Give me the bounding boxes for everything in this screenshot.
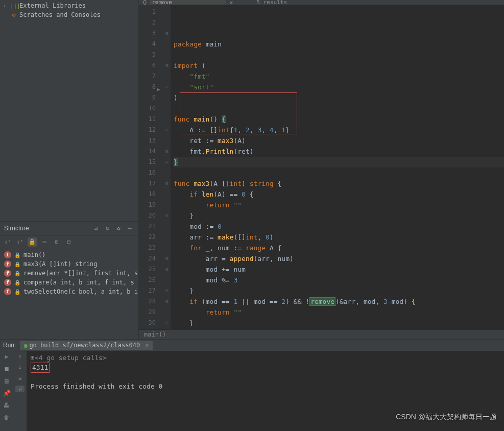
run-icon[interactable]: ▶ [2, 353, 11, 360]
function-badge-icon: f [4, 251, 11, 258]
function-badge-icon: f [4, 279, 11, 286]
layout-icon[interactable]: ▤ [2, 377, 11, 385]
structure-item-name: compare(a int, b int, f int, s int) int [23, 279, 138, 286]
sort-z-icon[interactable]: ↓ᶻ [15, 237, 25, 247]
tree-row-external-libraries[interactable]: › ||| External Libraries [0, 1, 138, 10]
code-line[interactable]: return "" [174, 200, 504, 210]
code-line[interactable]: for _, num := range A { [174, 243, 504, 253]
library-icon: ||| [10, 3, 17, 9]
tree-label: External Libraries [19, 2, 86, 9]
fold-gutter[interactable]: ⊟⊟⊟⊟⊟⊟⊟⊟⊟⊟⊟⊟⊟ [163, 5, 171, 329]
trash-icon[interactable]: 🗑 [2, 414, 11, 421]
code-line[interactable]: fmt.Println(ret) [174, 146, 504, 157]
code-line[interactable]: func max3(A []int) string { [174, 178, 504, 189]
run-toolbar-left: ▶ ■ ▤ 📌 🖶 🗑 [0, 351, 13, 431]
code-line[interactable]: mod %= 3 [174, 275, 504, 285]
find-results: 5 results [256, 0, 287, 5]
chevron-right-icon: › [3, 3, 8, 8]
watermark: CSDN @福大大架构师每日一题 [396, 413, 497, 422]
code-line[interactable] [174, 167, 504, 178]
structure-item[interactable]: f🔒remove(arr *[]int, first int, second i… [0, 269, 138, 278]
code-line[interactable]: ret := max3(A) [174, 135, 504, 146]
lock-icon: 🔒 [14, 252, 20, 258]
code-line[interactable]: if (mod == 1 || mod == 2) && !remove(&ar… [174, 296, 504, 307]
find-input[interactable] [150, 0, 226, 5]
code-editor[interactable]: 1234567▶89101112131415161718192021222324… [139, 5, 504, 329]
breadcrumb[interactable]: main() [139, 329, 504, 339]
structure-item-name: max3(A []int) string [23, 260, 98, 268]
editor-area: Q × 5 results 1234567▶891011121314151617… [139, 0, 504, 339]
sort-icon[interactable]: ⇅ [103, 225, 112, 232]
code-line[interactable]: import ( [174, 60, 504, 71]
wrap-icon[interactable]: ↲ [15, 386, 25, 392]
structure-item[interactable]: f🔒compare(a int, b int, f int, s int) in… [0, 278, 138, 287]
expand-icon[interactable]: ⊞ [52, 237, 61, 247]
code-line[interactable]: if len(A) == 0 { [174, 189, 504, 200]
filter-icon[interactable]: ⇄ [91, 225, 101, 232]
code-line[interactable]: } [174, 157, 504, 167]
function-badge-icon: f [4, 288, 11, 295]
code-line[interactable]: } [174, 285, 504, 296]
code-line[interactable]: mod += num [174, 264, 504, 275]
structure-item[interactable]: f🔒twoSelectOne(c bool, a int, b int) int [0, 287, 138, 296]
code-line[interactable]: } [174, 318, 504, 328]
structure-list: f🔒main()f🔒max3(A []int) stringf🔒remove(a… [0, 249, 138, 297]
structure-title: Structure [4, 225, 29, 232]
console-setup-line: ⊞<4 go setup calls> [31, 353, 500, 363]
go-icon: ▣ [24, 343, 27, 348]
stop-icon[interactable]: ■ [2, 365, 11, 372]
minimize-icon[interactable]: — [125, 225, 134, 232]
collapse-icon[interactable]: ⊟ [64, 237, 74, 247]
gear-icon[interactable]: ✿ [114, 225, 123, 232]
search-icon: Q [143, 0, 147, 5]
code-line[interactable]: A := []int{1, 2, 3, 4, 1} [174, 125, 504, 135]
lock-icon[interactable]: 🔒 [28, 237, 37, 247]
project-tree[interactable]: › ||| External Libraries ⚙ Scratches and… [0, 0, 138, 222]
code-line[interactable]: "fmt" [174, 71, 504, 82]
code-line[interactable] [174, 103, 504, 114]
tree-label: Scratches and Consoles [19, 11, 101, 18]
code-line[interactable]: return "" [174, 307, 504, 318]
code-line[interactable]: if len(arr) == 0 { [174, 328, 504, 329]
function-badge-icon: f [4, 270, 11, 277]
code-line[interactable]: mod := 0 [174, 221, 504, 232]
code-line[interactable]: func main() { [174, 114, 504, 125]
scratches-icon: ⚙ [10, 12, 17, 18]
code-line[interactable]: arr := make([]int, 0) [174, 232, 504, 243]
structure-item[interactable]: f🔒main() [0, 250, 138, 259]
lock-icon: 🔒 [14, 271, 20, 276]
run-tab-name: go build sf/newclass2/class040 [29, 342, 140, 349]
down-icon[interactable]: ↓ [15, 364, 25, 371]
code-line[interactable]: "sort" [174, 82, 504, 92]
sort-alpha-icon[interactable]: ↓ᵃ [3, 237, 12, 247]
structure-toolbar: ↓ᵃ ↓ᶻ 🔒 ▭ ⊞ ⊟ [0, 235, 138, 249]
find-bar: Q × 5 results [139, 0, 504, 5]
tree-row-scratches[interactable]: ⚙ Scratches and Consoles [0, 10, 138, 19]
folder-icon[interactable]: ▭ [40, 237, 49, 247]
structure-item[interactable]: f🔒max3(A []int) string [0, 259, 138, 269]
structure-item-name: main() [23, 251, 45, 258]
run-header: Run: ▣ go build sf/newclass2/class040 × [0, 340, 504, 351]
lock-icon: 🔒 [14, 289, 20, 295]
run-toolbar-right: ↑ ↓ ⇲ ↲ [13, 351, 27, 431]
left-panel: › ||| External Libraries ⚙ Scratches and… [0, 0, 139, 339]
code-line[interactable]: } [174, 210, 504, 221]
line-gutter: 1234567▶89101112131415161718192021222324… [139, 5, 163, 329]
code-line[interactable]: arr = append(arr, num) [174, 253, 504, 264]
up-icon[interactable]: ↑ [15, 353, 25, 360]
code-line[interactable] [174, 50, 504, 60]
pin-icon[interactable]: 📌 [2, 390, 11, 397]
close-icon[interactable]: × [229, 0, 233, 5]
code-line[interactable]: package main [174, 39, 504, 50]
print-icon[interactable]: 🖶 [2, 402, 11, 409]
run-tab[interactable]: ▣ go build sf/newclass2/class040 × [20, 341, 153, 350]
lock-icon: 🔒 [14, 280, 20, 285]
export-icon[interactable]: ⇲ [15, 375, 25, 381]
structure-panel: Structure ⇄ ⇅ ✿ — ↓ᵃ ↓ᶻ 🔒 ▭ ⊞ ⊟ f� [0, 222, 138, 339]
code-line[interactable]: ) [174, 92, 504, 103]
function-badge-icon: f [4, 260, 11, 268]
structure-header: Structure ⇄ ⇅ ✿ — [0, 222, 138, 235]
code-content[interactable]: package mainimport ( "fmt" "sort")func m… [171, 5, 504, 329]
lock-icon: 🔒 [14, 261, 20, 267]
close-icon[interactable]: × [145, 342, 149, 349]
